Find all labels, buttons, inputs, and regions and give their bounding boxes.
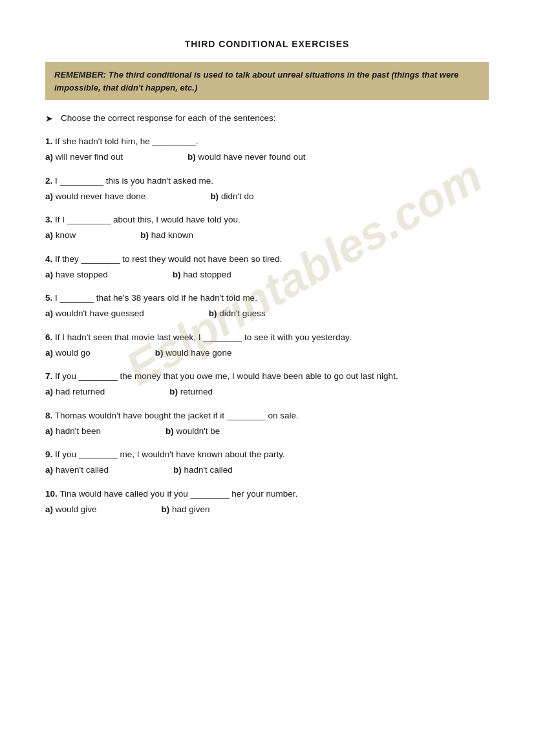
question-number: 9.	[45, 449, 52, 459]
answers-line-4: a) have stoppedb) had stopped	[45, 268, 489, 281]
answers-line-2: a) would never have doneb) didn't do	[45, 190, 489, 203]
answer-a-8: a) hadn't been	[45, 425, 101, 438]
exercise-item-9: 9. If you ________ me, I wouldn't have k…	[45, 448, 489, 477]
exercise-item-10: 10. Tina would have called you if you __…	[45, 488, 489, 517]
question-line-9: 9. If you ________ me, I wouldn't have k…	[45, 448, 489, 461]
exercise-item-1: 1. If she hadn't told him, he _________.…	[45, 135, 489, 164]
question-number: 3.	[45, 215, 52, 224]
answer-a-5: a) wouldn't have guessed	[45, 307, 144, 320]
answer-a-4: a) have stopped	[45, 268, 108, 281]
answer-a-1: a) will never find out	[45, 151, 123, 164]
answers-line-3: a) knowb) had known	[45, 229, 489, 242]
answer-b-1: b) would have never found out	[187, 151, 305, 164]
question-line-6: 6. If I hadn't seen that movie last week…	[45, 331, 489, 344]
question-number: 10.	[45, 489, 58, 499]
answers-line-8: a) hadn't beenb) wouldn't be	[45, 425, 489, 438]
question-number: 4.	[45, 254, 52, 264]
answers-line-9: a) haven't calledb) hadn't called	[45, 464, 489, 477]
answer-a-2: a) would never have done	[45, 190, 145, 203]
question-line-2: 2. I _________ this is you hadn't asked …	[45, 175, 489, 188]
answer-b-6: b) would have gone	[155, 347, 232, 360]
answer-a-9: a) haven't called	[45, 464, 109, 477]
answer-b-9: b) hadn't called	[173, 464, 233, 477]
answers-line-7: a) had returnedb) returned	[45, 385, 489, 398]
exercise-item-4: 4. If they ________ to rest they would n…	[45, 253, 489, 282]
question-number: 2.	[45, 176, 52, 186]
answers-line-1: a) will never find outb) would have neve…	[45, 151, 489, 164]
answer-b-5: b) didn't guess	[209, 307, 266, 320]
exercise-list: 1. If she hadn't told him, he _________.…	[45, 135, 489, 516]
exercise-item-7: 7. If you ________ the money that you ow…	[45, 370, 489, 399]
exercise-item-3: 3. If I _________ about this, I would ha…	[45, 213, 489, 243]
remember-box: REMEMBER: The third conditional is used …	[45, 62, 489, 100]
answer-b-7: b) returned	[169, 385, 213, 398]
exercise-item-5: 5. I _______ that he's 38 years old if h…	[45, 292, 489, 321]
question-number: 5.	[45, 293, 52, 303]
exercise-item-8: 8. Thomas wouldn't have bought the jacke…	[45, 409, 489, 438]
exercise-item-6: 6. If I hadn't seen that movie last week…	[45, 331, 489, 360]
question-line-3: 3. If I _________ about this, I would ha…	[45, 213, 489, 226]
question-number: 7.	[45, 371, 52, 381]
answer-b-4: b) had stopped	[173, 268, 231, 281]
page-title: THIRD CONDITIONAL EXERCISES	[45, 39, 489, 49]
question-line-10: 10. Tina would have called you if you __…	[45, 488, 489, 501]
question-line-1: 1. If she hadn't told him, he _________.	[45, 135, 489, 148]
answer-b-3: b) had known	[140, 229, 193, 242]
answer-a-7: a) had returned	[45, 385, 105, 398]
answer-b-10: b) had given	[162, 503, 210, 516]
arrow-icon: ➤	[45, 113, 53, 124]
question-number: 1.	[45, 136, 52, 146]
answer-a-3: a) know	[45, 229, 76, 242]
answer-a-6: a) would go	[45, 347, 91, 360]
question-line-7: 7. If you ________ the money that you ow…	[45, 370, 489, 383]
instruction-text: Choose the correct response for each of …	[61, 113, 275, 123]
question-line-5: 5. I _______ that he's 38 years old if h…	[45, 292, 489, 305]
question-line-4: 4. If they ________ to rest they would n…	[45, 253, 489, 266]
question-number: 6.	[45, 332, 52, 342]
question-line-8: 8. Thomas wouldn't have bought the jacke…	[45, 409, 489, 422]
exercise-item-2: 2. I _________ this is you hadn't asked …	[45, 175, 489, 204]
instruction-line: ➤ Choose the correct response for each o…	[45, 113, 489, 124]
answer-a-10: a) would give	[45, 503, 97, 516]
answer-b-2: b) didn't do	[210, 190, 253, 203]
answer-b-8: b) wouldn't be	[166, 425, 220, 438]
answers-line-6: a) would gob) would have gone	[45, 347, 489, 360]
question-number: 8.	[45, 411, 52, 420]
remember-text: REMEMBER: The third conditional is used …	[54, 70, 459, 92]
answers-line-10: a) would giveb) had given	[45, 503, 489, 516]
answers-line-5: a) wouldn't have guessedb) didn't guess	[45, 307, 489, 320]
